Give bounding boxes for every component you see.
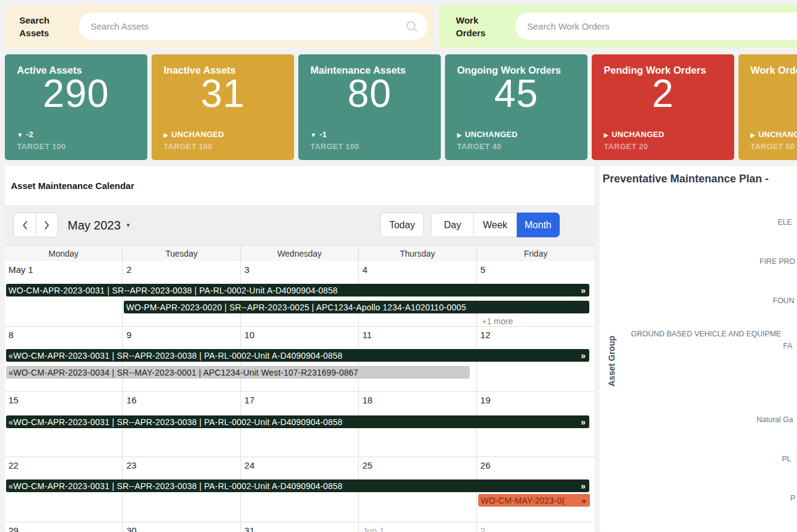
pm-category-label: Natural Ga <box>757 415 793 424</box>
work-orders-label: Work Orders <box>456 14 485 39</box>
kpi-card-ongoing-work-orders: Ongoing Work Orders 45 ▶UNCHANGED TARGET… <box>445 54 587 160</box>
calendar-date-label: 26 <box>481 460 595 470</box>
event-text: «WO-CM-APR-2023-0031 | SR--APR-2023-0038… <box>8 417 578 427</box>
pm-category-label: P <box>790 494 795 502</box>
pm-category-label: FOUN <box>773 296 794 305</box>
pm-chart-title: Preventative Maintenance Plan - <box>603 173 769 185</box>
next-month-button[interactable] <box>36 213 58 237</box>
calendar-event[interactable]: «WO-CM-APR-2023-0031 | SR--APR-2023-0038… <box>6 479 589 492</box>
calendar-day-cell[interactable]: 2 <box>477 522 595 532</box>
calendar-date-label: 22 <box>8 460 122 470</box>
more-events-link[interactable]: +1 more <box>482 316 513 326</box>
kpi-trend: ▶UNCHANGED <box>164 130 224 139</box>
event-title: WO-CM-APR-2023-0031 | SR--APR-2023-0038 … <box>13 417 342 427</box>
kpi-target: TARGET 100 <box>17 142 66 151</box>
kpi-card-pending-work-orders: Pending Work Orders 2 ▶UNCHANGED TARGET … <box>592 54 734 160</box>
kpi-value: 2 <box>592 71 734 116</box>
search-icon <box>405 20 418 33</box>
work-orders-input[interactable] <box>515 21 797 31</box>
month-dropdown[interactable]: May 2023 ▼ <box>68 218 131 232</box>
search-assets-label-line1: Search <box>19 14 50 27</box>
kpi-target: TARGET 40 <box>457 142 501 151</box>
kpi-target: TARGET 50 <box>751 142 795 151</box>
calendar-date-label: 9 <box>126 330 240 340</box>
calendar-day-cell[interactable]: 31 <box>241 522 359 532</box>
calendar-date-label: 30 <box>126 525 240 532</box>
chevron-down-icon: ▼ <box>126 222 131 228</box>
calendar-day-cell[interactable]: 30 <box>123 522 240 532</box>
asset-maintenance-calendar-panel: Asset Maintenance Calendar May 2023 ▼ To… <box>5 166 595 532</box>
calendar-day-cell[interactable]: Jun 1 <box>359 522 476 532</box>
kpi-trend: ▶UNCHANGED <box>751 130 797 139</box>
calendar-grid: 2Jun 13130292625242322191817161512111098… <box>5 261 595 532</box>
calendar-event[interactable]: «WO-CM-APR-2023-0034 | SR--MAY-2023-0001… <box>6 366 470 379</box>
event-text: «WO-CM-APR-2023-0031 | SR--APR-2023-0038… <box>8 481 578 491</box>
calendar-event[interactable]: «WO-CM-APR-2023-0031 | SR--APR-2023-0038… <box>6 349 589 362</box>
search-assets-field[interactable] <box>78 13 427 40</box>
calendar-event[interactable]: WO-CM-APR-2023-0031 | SR--APR-2023-0038 … <box>6 284 589 296</box>
calendar-date-label: 5 <box>481 264 595 275</box>
event-title: WO-CM-MAY-2023-0( <box>481 496 565 505</box>
calendar-nav-group <box>13 213 58 237</box>
event-continues-right: » <box>581 417 586 427</box>
view-switcher: Day Week Month <box>431 213 560 237</box>
day-header-thursday: Thursday <box>359 245 476 261</box>
pm-chart-y-axis-label: Asset Group <box>607 336 616 386</box>
day-header-friday: Friday <box>477 245 595 261</box>
view-month-button[interactable]: Month <box>517 213 560 237</box>
kpi-value: 45 <box>445 71 587 116</box>
kpi-trend: ▼-1 <box>310 130 327 139</box>
day-header-monday: Monday <box>5 245 123 261</box>
calendar-date-label: 8 <box>8 330 122 340</box>
view-day-button[interactable]: Day <box>431 213 474 237</box>
work-orders-panel: Work Orders <box>440 5 797 48</box>
month-label-text: May 2023 <box>68 218 121 232</box>
kpi-trend-text: UNCHANGED <box>171 130 224 139</box>
calendar-day-header-row: Monday Tuesday Wednesday Thursday Friday <box>5 245 595 262</box>
calendar-toolbar: May 2023 ▼ Today Day Week Month <box>5 205 595 245</box>
kpi-target: TARGET 100 <box>164 142 213 151</box>
event-text: WO-CM-MAY-2023-0( <box>481 496 579 505</box>
trend-down-icon: ▼ <box>310 132 316 138</box>
today-button[interactable]: Today <box>380 213 424 237</box>
calendar-event[interactable]: WO-CM-MAY-2023-0( » <box>478 494 590 507</box>
event-text: «WO-CM-APR-2023-0031 | SR--APR-2023-0038… <box>8 351 578 361</box>
event-text: WO-PM-APR-2023-0020 | SR--APR-2023-0025 … <box>126 303 583 312</box>
pm-category-label: ELE <box>778 218 792 226</box>
kpi-target: TARGET 100 <box>310 142 359 151</box>
calendar-date-label: 19 <box>481 395 595 405</box>
work-orders-label-line1: Work <box>456 14 485 27</box>
pm-category-label: FA <box>783 342 792 350</box>
kpi-value: 31 <box>152 71 294 116</box>
view-week-button[interactable]: Week <box>474 213 517 237</box>
kpi-trend-text: UNCHANGED <box>612 130 664 139</box>
kpi-card-work-orders: Work Orders 2 ▶UNCHANGED TARGET 50 <box>738 54 797 160</box>
calendar-event[interactable]: WO-PM-APR-2023-0020 | SR--APR-2023-0025 … <box>124 301 589 313</box>
day-header-wednesday: Wednesday <box>241 245 359 261</box>
calendar-date-label: 3 <box>245 264 358 275</box>
calendar-day-cell[interactable]: 29 <box>5 522 123 532</box>
kpi-card-maintenance-assets: Maintenance Assets 80 ▼-1 TARGET 100 <box>298 54 441 160</box>
kpi-trend: ▶UNCHANGED <box>457 130 517 139</box>
event-continues-right: » <box>581 481 586 491</box>
work-orders-label-line2: Orders <box>456 27 485 39</box>
calendar-date-label: 2 <box>481 525 595 532</box>
kpi-target: TARGET 20 <box>604 142 648 151</box>
calendar-date-label: 11 <box>362 330 476 340</box>
kpi-trend: ▶UNCHANGED <box>604 130 664 139</box>
calendar-date-label: 31 <box>245 525 358 532</box>
event-title: WO-CM-APR-2023-0034 | SR--MAY-2023-0001 … <box>13 368 359 377</box>
pm-category-label: FIRE PRO <box>760 257 795 266</box>
prev-month-button[interactable] <box>13 213 36 237</box>
work-orders-field[interactable] <box>515 13 797 40</box>
calendar-title: Asset Maintenance Calendar <box>5 166 595 205</box>
search-assets-panel: Search Assets <box>5 5 433 48</box>
chevron-left-icon <box>22 220 28 230</box>
preventative-maintenance-panel: Preventative Maintenance Plan - Asset Gr… <box>600 166 797 532</box>
calendar-event[interactable]: «WO-CM-APR-2023-0031 | SR--APR-2023-0038… <box>6 415 589 428</box>
event-title: WO-CM-APR-2023-0031 | SR--APR-2023-0038 … <box>8 286 338 295</box>
kpi-trend-text: -1 <box>319 130 327 139</box>
search-assets-input[interactable] <box>78 21 405 31</box>
event-continues-right: » <box>581 351 586 361</box>
event-continues-left: « <box>8 368 13 377</box>
